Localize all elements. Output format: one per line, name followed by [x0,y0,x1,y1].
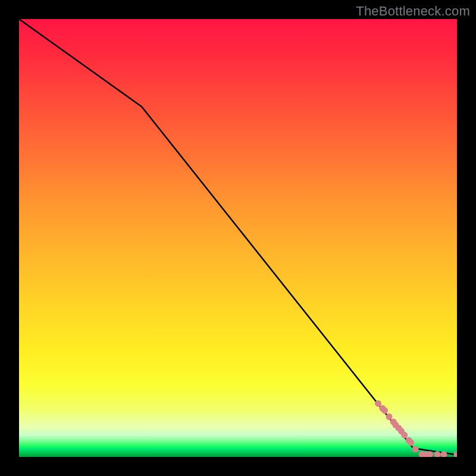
data-point [423,451,430,457]
data-point [412,446,419,452]
data-point [379,405,386,412]
data-point [454,451,458,457]
data-point [398,428,405,434]
data-point [390,419,397,425]
watermark-text: TheBottleneck.com [356,4,470,19]
data-point [381,407,388,414]
data-point [375,400,381,407]
curve-path [19,19,457,455]
data-point [408,439,414,446]
plot-area [19,19,457,457]
data-point [419,451,425,457]
chart-frame: TheBottleneck.com [0,0,476,476]
scatter-points [375,400,457,457]
data-point [386,414,392,420]
data-point [427,451,433,457]
curve-line [19,19,457,455]
data-point [406,437,412,444]
data-point [401,432,408,439]
chart-svg [19,19,457,457]
data-point [396,425,402,431]
data-point [440,451,447,457]
data-point [392,422,399,428]
data-point [434,451,440,457]
